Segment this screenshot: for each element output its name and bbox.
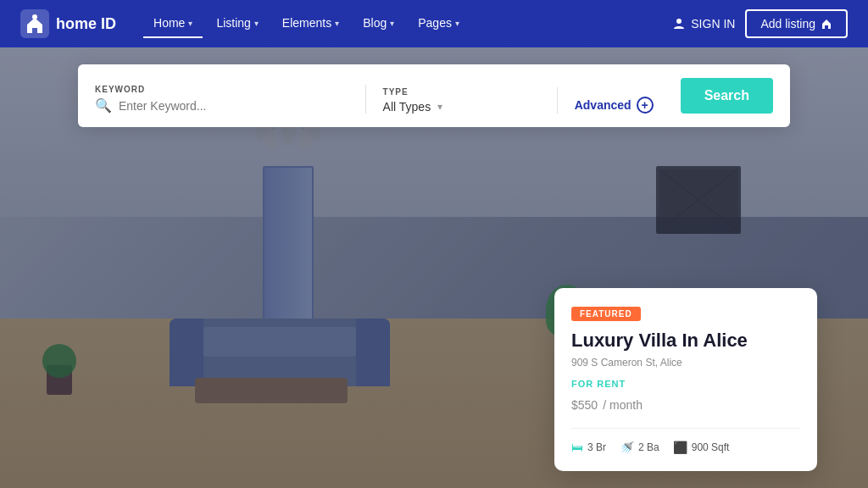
advanced-button[interactable]: Advanced + <box>558 97 670 114</box>
chevron-icon: ▾ <box>335 19 339 28</box>
type-label: TYPE <box>383 87 543 97</box>
add-listing-button[interactable]: Add listing <box>745 9 848 38</box>
property-title: Luxury Villa In Alice <box>571 330 800 352</box>
type-value: All Types <box>383 100 431 114</box>
property-price: $550 / month <box>571 392 800 414</box>
chevron-icon: ▾ <box>254 19 259 28</box>
svg-point-2 <box>676 19 682 24</box>
nav-listing[interactable]: Listing ▾ <box>206 9 268 38</box>
hero-section: KEYWORD 🔍 TYPE All Types ▾ Advanced + Se… <box>0 47 868 488</box>
sqft-icon: ⬛ <box>673 441 687 454</box>
feature-sqft: ⬛ 900 Sqft <box>673 441 730 454</box>
card-divider <box>571 428 800 429</box>
search-button[interactable]: Search <box>681 78 773 114</box>
feature-baths: 🚿 2 Ba <box>620 441 659 454</box>
chevron-icon: ▾ <box>455 19 459 28</box>
nav-elements[interactable]: Elements ▾ <box>272 9 349 38</box>
home-icon <box>821 18 832 30</box>
type-chevron-icon: ▾ <box>437 101 442 113</box>
keyword-label: KEYWORD <box>95 85 352 94</box>
nav-home[interactable]: Home ▾ <box>143 9 203 38</box>
keyword-input[interactable] <box>119 99 352 113</box>
feature-beds: 🛏 3 Br <box>571 441 606 454</box>
property-address: 909 S Cameron St, Alice <box>571 357 800 369</box>
featured-badge: FEATURED <box>571 307 641 321</box>
bath-icon: 🚿 <box>620 441 634 454</box>
navigation: home ID Home ▾ Listing ▾ Elements ▾ Blog… <box>0 0 868 47</box>
chevron-icon: ▾ <box>188 19 192 28</box>
type-field: TYPE All Types ▾ <box>366 87 558 114</box>
user-icon <box>672 17 686 30</box>
svg-point-1 <box>32 14 37 19</box>
nav-right: SIGN IN Add listing <box>672 9 848 38</box>
bed-icon: 🛏 <box>571 441 583 454</box>
logo[interactable]: home ID <box>20 9 116 38</box>
search-bar: KEYWORD 🔍 TYPE All Types ▾ Advanced + Se… <box>78 64 790 127</box>
nav-blog[interactable]: Blog ▾ <box>353 9 404 38</box>
nav-links: Home ▾ Listing ▾ Elements ▾ Blog ▾ Pages… <box>143 9 672 38</box>
sign-in-button[interactable]: SIGN IN <box>672 17 735 30</box>
keyword-field: KEYWORD 🔍 <box>95 85 366 114</box>
property-features: 🛏 3 Br 🚿 2 Ba ⬛ 900 Sqft <box>571 441 800 454</box>
chevron-icon: ▾ <box>390 19 394 28</box>
search-icon: 🔍 <box>95 97 112 114</box>
plus-icon: + <box>637 97 654 114</box>
property-card: FEATURED Luxury Villa In Alice 909 S Cam… <box>554 288 817 471</box>
nav-pages[interactable]: Pages ▾ <box>408 9 470 38</box>
logo-text: home ID <box>56 15 116 33</box>
for-rent-label: FOR RENT <box>571 379 800 389</box>
